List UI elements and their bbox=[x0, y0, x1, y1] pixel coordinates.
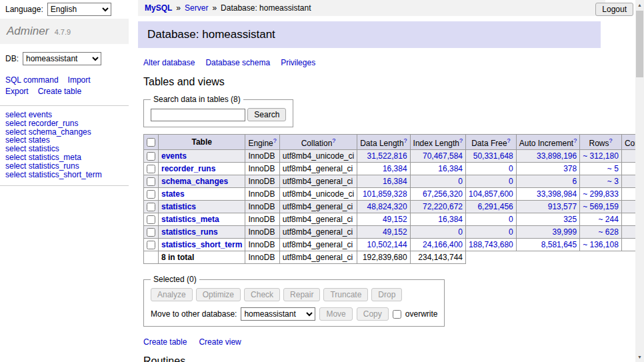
row-checkbox-states[interactable] bbox=[147, 190, 155, 199]
action-privileges[interactable]: Privileges bbox=[281, 58, 315, 67]
help-question-icon[interactable]: ? bbox=[459, 137, 463, 144]
row-checkbox-events[interactable] bbox=[147, 152, 155, 161]
data-length-link[interactable]: 31,522,816 bbox=[367, 151, 407, 161]
index-length-link[interactable]: 67,256,320 bbox=[423, 189, 463, 199]
table-link-events[interactable]: events bbox=[161, 151, 187, 161]
data-length-link[interactable]: 101,859,328 bbox=[363, 189, 407, 199]
overwrite-checkbox[interactable] bbox=[393, 310, 401, 319]
row-checkbox-statistics[interactable] bbox=[147, 203, 155, 211]
breadcrumb-mysql[interactable]: MySQL bbox=[145, 3, 172, 13]
data-length-link[interactable]: 49,152 bbox=[383, 227, 407, 237]
rows-link[interactable]: ~ 569,159 bbox=[583, 202, 619, 211]
row-checkbox-statistics_meta[interactable] bbox=[147, 215, 155, 224]
sidebar-select-statistics-short-term[interactable]: select statistics_short_term bbox=[5, 171, 123, 179]
sidebar-select-statistics-runs[interactable]: select statistics_runs bbox=[5, 162, 123, 171]
table-link-statistics_runs[interactable]: statistics_runs bbox=[161, 227, 218, 237]
move-button[interactable]: Move bbox=[319, 307, 352, 321]
create-view-link[interactable]: Create view bbox=[199, 337, 241, 347]
index-length-link[interactable]: 0 bbox=[458, 177, 463, 186]
index-length-link[interactable]: 24,166,400 bbox=[423, 240, 463, 249]
table-link-schema_changes[interactable]: schema_changes bbox=[161, 177, 228, 186]
rows-link[interactable]: ~ 312,180 bbox=[583, 151, 619, 161]
data-free-link[interactable]: 0 bbox=[509, 215, 513, 224]
drop-button[interactable]: Drop bbox=[371, 288, 402, 301]
language-select[interactable]: English bbox=[47, 3, 111, 16]
data-length-link[interactable]: 16,384 bbox=[383, 177, 407, 186]
action-alter-database[interactable]: Alter database bbox=[143, 58, 195, 67]
scroll-thumb[interactable] bbox=[636, 11, 643, 77]
create-table-link[interactable]: Create table bbox=[143, 337, 187, 347]
move-db-select[interactable]: homeassistant bbox=[241, 307, 315, 321]
sidebar-cmd-export[interactable]: Export bbox=[5, 87, 29, 96]
search-button[interactable]: Search bbox=[247, 108, 286, 121]
help-question-icon[interactable]: ? bbox=[507, 137, 511, 144]
rows-link[interactable]: ~ 299,833 bbox=[583, 189, 619, 199]
auto-increment-link[interactable]: 33,898,196 bbox=[537, 151, 577, 161]
auto-increment-link[interactable]: 33,398,984 bbox=[537, 189, 577, 199]
auto-increment-link[interactable]: 913,577 bbox=[548, 202, 577, 211]
rows-link[interactable]: ~ 3 bbox=[607, 177, 619, 186]
index-length-link[interactable]: 16,384 bbox=[438, 215, 463, 224]
logout-button[interactable]: Logout bbox=[595, 3, 633, 16]
sidebar-cmd-import[interactable]: Import bbox=[68, 75, 91, 85]
data-free-link[interactable]: 0 bbox=[509, 177, 513, 186]
index-length-link[interactable]: 72,220,672 bbox=[423, 202, 463, 211]
action-database-schema[interactable]: Database schema bbox=[205, 58, 270, 67]
auto-increment-link[interactable]: 39,999 bbox=[552, 227, 577, 237]
sidebar-cmd-sql-command[interactable]: SQL command bbox=[5, 75, 59, 85]
data-free-link[interactable]: 188,743,680 bbox=[469, 240, 513, 249]
copy-button[interactable]: Copy bbox=[357, 307, 389, 321]
data-length-link[interactable]: 16,384 bbox=[383, 164, 407, 173]
db-select[interactable]: homeassistant bbox=[23, 52, 101, 65]
adminer-logo[interactable]: Adminer bbox=[7, 25, 49, 37]
row-checkbox-schema_changes[interactable] bbox=[147, 177, 155, 186]
help-question-icon[interactable]: ? bbox=[609, 137, 613, 144]
analyze-button[interactable]: Analyze bbox=[151, 288, 193, 301]
optimize-button[interactable]: Optimize bbox=[196, 288, 241, 301]
sidebar-select-recorder-runs[interactable]: select recorder_runs bbox=[5, 119, 123, 128]
data-free-link[interactable]: 0 bbox=[509, 164, 513, 173]
rows-link[interactable]: ~ 5 bbox=[607, 164, 619, 173]
rows-link[interactable]: ~ 136,108 bbox=[583, 240, 619, 249]
scroll-up-icon[interactable]: ▲ bbox=[635, 0, 644, 10]
row-checkbox-recorder_runs[interactable] bbox=[147, 165, 155, 173]
data-length-link[interactable]: 49,152 bbox=[383, 215, 407, 224]
rows-link[interactable]: ~ 244 bbox=[599, 215, 619, 224]
search-input[interactable] bbox=[151, 109, 245, 121]
help-question-icon[interactable]: ? bbox=[332, 137, 335, 144]
sidebar-select-events[interactable]: select events bbox=[5, 111, 123, 119]
help-question-icon[interactable]: ? bbox=[273, 137, 277, 144]
sidebar-select-statistics-meta[interactable]: select statistics_meta bbox=[5, 153, 123, 162]
auto-increment-link[interactable]: 325 bbox=[563, 215, 577, 224]
table-link-statistics_meta[interactable]: statistics_meta bbox=[161, 215, 219, 224]
table-link-recorder_runs[interactable]: recorder_runs bbox=[161, 164, 215, 173]
auto-increment-link[interactable]: 378 bbox=[563, 164, 577, 173]
sidebar-commands: SQL commandImportExportCreate table bbox=[0, 68, 129, 106]
table-link-statistics[interactable]: statistics bbox=[161, 202, 196, 211]
data-free-link[interactable]: 6,291,456 bbox=[477, 202, 513, 211]
row-checkbox-statistics_short_term[interactable] bbox=[147, 241, 155, 249]
check-button[interactable]: Check bbox=[244, 288, 280, 301]
scroll-down-icon[interactable]: ▼ bbox=[635, 352, 644, 362]
row-checkbox-statistics_runs[interactable] bbox=[147, 228, 155, 237]
data-length-link[interactable]: 48,824,320 bbox=[367, 202, 407, 211]
data-free-link[interactable]: 50,331,648 bbox=[473, 151, 513, 161]
table-link-states[interactable]: states bbox=[161, 189, 185, 199]
table-link-statistics_short_term[interactable]: statistics_short_term bbox=[161, 240, 242, 249]
auto-increment-link[interactable]: 6 bbox=[572, 177, 577, 186]
index-length-link[interactable]: 70,467,584 bbox=[423, 151, 463, 161]
index-length-link[interactable]: 16,384 bbox=[438, 164, 463, 173]
help-question-icon[interactable]: ? bbox=[404, 137, 407, 144]
breadcrumb-server[interactable]: Server bbox=[185, 3, 208, 13]
data-length-link[interactable]: 10,502,144 bbox=[367, 240, 407, 249]
rows-link[interactable]: ~ 628 bbox=[599, 227, 619, 237]
sidebar-cmd-create-table[interactable]: Create table bbox=[38, 87, 81, 96]
truncate-button[interactable]: Truncate bbox=[323, 288, 368, 301]
auto-increment-link[interactable]: 8,581,645 bbox=[541, 240, 577, 249]
select-all-checkbox[interactable] bbox=[147, 138, 155, 147]
repair-button[interactable]: Repair bbox=[283, 288, 320, 301]
index-length-link[interactable]: 0 bbox=[458, 227, 463, 237]
data-free-link[interactable]: 0 bbox=[509, 227, 513, 237]
help-question-icon[interactable]: ? bbox=[573, 137, 577, 144]
data-free-link[interactable]: 104,857,600 bbox=[469, 189, 513, 199]
